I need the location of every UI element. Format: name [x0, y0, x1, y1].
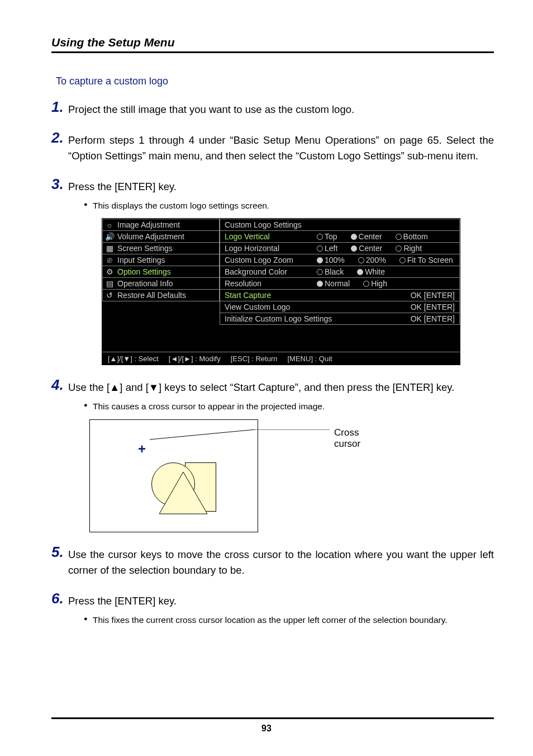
ok-label: OK [ENTER] — [411, 314, 455, 323]
setting-options: 100%200%Fit To Screen — [317, 256, 455, 264]
osd-action-row: View Custom LogoOK [ENTER] — [220, 301, 460, 313]
option-text: Center — [359, 232, 382, 241]
radio-dot-icon — [358, 257, 364, 263]
step-2: 2. Perform steps 1 through 4 under “Basi… — [51, 133, 494, 164]
ok-label: OK [ENTER] — [411, 303, 455, 311]
option-text: Left — [325, 244, 337, 253]
svg-marker-0 — [159, 472, 207, 514]
speaker-icon: 🔊 — [105, 232, 114, 241]
option-text: White — [365, 267, 385, 276]
cross-cursor-diagram: + Cross cursor — [89, 419, 330, 532]
action-label: Start Capture — [225, 291, 271, 300]
submenu-title: Custom Logo Settings — [220, 219, 460, 231]
section-title: Using the Setup Menu — [51, 36, 494, 49]
step-4: 4. Use the [▲] and [▼] keys to select “S… — [51, 380, 494, 532]
callout-line — [150, 435, 329, 436]
radio-dot-icon — [317, 269, 323, 275]
step-number: 6. — [51, 590, 64, 607]
triangle-outline — [159, 472, 207, 517]
bullet: This displays the custom logo settings s… — [84, 200, 494, 212]
menu-item: ☼Image Adjustment — [102, 219, 220, 231]
screen-icon: ▦ — [105, 244, 114, 253]
osd-hints: [▲]/[▼] : Select [◄]/[►] : Modify [ESC] … — [102, 352, 460, 365]
page-number: 93 — [0, 724, 533, 734]
radio-dot-icon — [396, 245, 402, 252]
title-rule — [51, 51, 494, 53]
radio-dot-icon — [351, 245, 357, 252]
step-body: Press the [ENTER] key. — [68, 593, 494, 609]
step-number: 1. — [51, 98, 64, 116]
sliders-icon: ⎚ — [105, 256, 114, 264]
step-number: 5. — [51, 544, 64, 561]
step-body: Use the [▲] and [▼] keys to select “Star… — [68, 380, 494, 396]
radio-option: Fit To Screen — [399, 256, 453, 264]
option-text: Black — [325, 267, 344, 276]
step-3: 3. Press the [ENTER] key. This displays … — [51, 179, 494, 365]
radio-option: White — [357, 267, 385, 276]
radio-option: Center — [351, 232, 382, 241]
option-text: Center — [359, 244, 382, 253]
option-text: 200% — [366, 256, 386, 264]
step-1: 1. Project the still image that you want… — [51, 102, 494, 118]
info-icon: ▤ — [105, 279, 114, 288]
menu-item: ⎚Input Settings — [102, 254, 220, 266]
radio-option: Center — [351, 244, 382, 253]
option-text: Right — [403, 244, 422, 253]
action-label: View Custom Logo — [225, 303, 290, 311]
bullet: This causes a cross cursor to appear in … — [84, 400, 494, 413]
osd-screenshot: ☼Image Adjustment 🔊Volume Adjustment ▦Sc… — [102, 218, 460, 365]
radio-option: Black — [317, 267, 344, 276]
radio-dot-icon — [317, 281, 323, 287]
gear-icon: ⚙ — [105, 267, 114, 276]
radio-dot-icon — [317, 234, 323, 240]
option-text: High — [371, 279, 387, 288]
bullet: This fixes the current cross cursor loca… — [84, 614, 494, 626]
hint: [MENU] : Quit — [288, 355, 332, 363]
setting-label: Background Color — [225, 267, 311, 276]
cross-cursor-icon: + — [138, 442, 146, 456]
radio-dot-icon — [317, 245, 323, 252]
osd-action-row: Start CaptureOK [ENTER] — [220, 290, 460, 301]
option-text: Fit To Screen — [407, 256, 453, 264]
radio-option: 100% — [317, 256, 345, 264]
radio-option: 200% — [358, 256, 386, 264]
radio-dot-icon — [399, 257, 406, 263]
menu-item: ↺Restore All Defaults — [102, 290, 220, 301]
setting-options: BlackWhite — [317, 267, 455, 276]
step-body: Project the still image that you want to… — [68, 102, 494, 118]
osd-setting-row: Custom Logo Zoom100%200%Fit To Screen — [220, 254, 460, 266]
radio-option: Normal — [317, 279, 350, 288]
setting-options: TopCenterBottom — [317, 232, 455, 241]
step-number: 3. — [51, 176, 64, 193]
ok-label: OK [ENTER] — [411, 291, 455, 300]
setting-label: Resolution — [225, 279, 311, 288]
setting-options: LeftCenterRight — [317, 244, 455, 253]
step-body: Perform steps 1 through 4 under “Basic S… — [68, 133, 494, 164]
option-text: 100% — [325, 256, 345, 264]
menu-item-selected: ⚙Option Settings — [102, 266, 220, 278]
option-text: Normal — [325, 279, 350, 288]
option-text: Bottom — [403, 232, 428, 241]
radio-dot-icon — [357, 269, 363, 275]
subsection-heading: To capture a custom logo — [56, 75, 494, 87]
menu-item: ▦Screen Settings — [102, 243, 220, 254]
footer-rule — [51, 717, 494, 719]
action-label: Initialize Custom Logo Settings — [225, 314, 332, 323]
radio-dot-icon — [396, 234, 402, 240]
setting-label: Logo Horizontal — [225, 244, 311, 253]
setting-options: NormalHigh — [317, 279, 455, 288]
svg-line-1 — [150, 429, 256, 440]
setting-label: Custom Logo Zoom — [225, 256, 311, 264]
radio-option: High — [363, 279, 387, 288]
menu-item: 🔊Volume Adjustment — [102, 231, 220, 243]
step-6: 6. Press the [ENTER] key. This fixes the… — [51, 593, 494, 626]
osd-action-row: Initialize Custom Logo SettingsOK [ENTER… — [220, 313, 460, 325]
step-number: 2. — [51, 129, 64, 147]
step-body: Press the [ENTER] key. — [68, 179, 494, 195]
osd-setting-row: ResolutionNormalHigh — [220, 278, 460, 290]
hint: [ESC] : Return — [231, 355, 278, 363]
radio-option: Top — [317, 232, 337, 241]
step-5: 5. Use the cursor keys to move the cross… — [51, 547, 494, 579]
radio-option: Left — [317, 244, 337, 253]
radio-option: Bottom — [396, 232, 428, 241]
